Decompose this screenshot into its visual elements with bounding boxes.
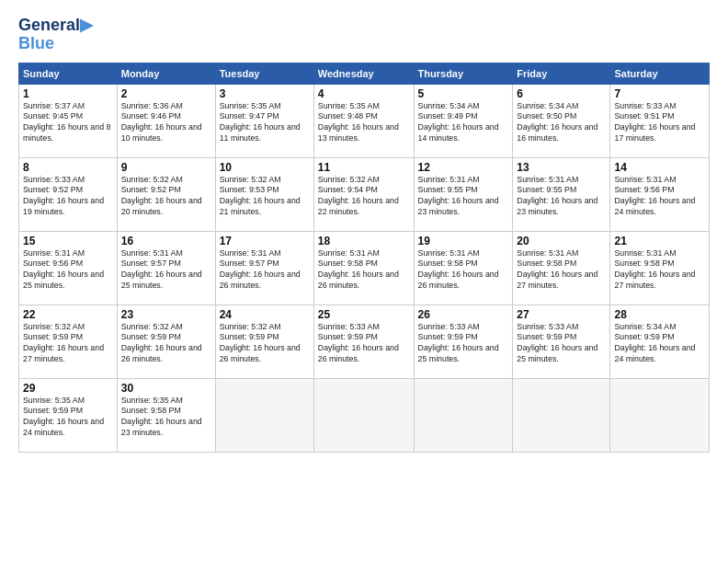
logo: General▶Blue <box>18 17 93 53</box>
calendar-week-row: 1Sunrise: 5:37 AMSunset: 9:45 PMDaylight… <box>19 84 710 157</box>
day-number: 22 <box>23 308 113 321</box>
day-number: 23 <box>121 308 211 321</box>
day-number: 9 <box>121 161 211 174</box>
day-number: 10 <box>220 161 310 174</box>
day-info: Sunrise: 5:31 AMSunset: 9:57 PMDaylight:… <box>121 248 211 293</box>
day-info: Sunrise: 5:35 AMSunset: 9:58 PMDaylight:… <box>121 396 211 440</box>
day-info: Sunrise: 5:31 AMSunset: 9:55 PMDaylight:… <box>517 175 606 219</box>
calendar-cell: 21Sunrise: 5:31 AMSunset: 9:58 PMDayligh… <box>610 231 710 304</box>
day-number: 15 <box>23 235 113 247</box>
day-info: Sunrise: 5:32 AMSunset: 9:59 PMDaylight:… <box>23 322 113 366</box>
day-info: Sunrise: 5:31 AMSunset: 9:58 PMDaylight:… <box>318 248 410 293</box>
day-number: 24 <box>220 308 310 321</box>
day-number: 5 <box>418 87 509 100</box>
day-number: 4 <box>318 87 410 100</box>
calendar-cell <box>215 378 313 452</box>
day-info: Sunrise: 5:31 AMSunset: 9:56 PMDaylight:… <box>23 248 113 293</box>
calendar-cell: 16Sunrise: 5:31 AMSunset: 9:57 PMDayligh… <box>117 231 215 304</box>
day-info: Sunrise: 5:35 AMSunset: 9:59 PMDaylight:… <box>23 396 113 440</box>
day-number: 1 <box>23 87 113 100</box>
day-info: Sunrise: 5:33 AMSunset: 9:52 PMDaylight:… <box>23 175 113 219</box>
day-info: Sunrise: 5:34 AMSunset: 9:50 PMDaylight:… <box>517 101 606 145</box>
calendar-cell <box>414 378 513 452</box>
calendar-cell <box>313 378 414 452</box>
day-info: Sunrise: 5:32 AMSunset: 9:53 PMDaylight:… <box>220 175 310 219</box>
day-number: 2 <box>121 87 211 100</box>
calendar-cell: 30Sunrise: 5:35 AMSunset: 9:58 PMDayligh… <box>117 378 215 452</box>
day-info: Sunrise: 5:36 AMSunset: 9:46 PMDaylight:… <box>121 101 211 145</box>
calendar-cell: 4Sunrise: 5:35 AMSunset: 9:48 PMDaylight… <box>313 84 414 157</box>
day-number: 13 <box>517 161 606 174</box>
day-number: 14 <box>614 161 705 174</box>
calendar-cell: 2Sunrise: 5:36 AMSunset: 9:46 PMDaylight… <box>117 84 215 157</box>
day-number: 25 <box>318 308 410 321</box>
day-number: 26 <box>418 308 509 321</box>
calendar-cell: 1Sunrise: 5:37 AMSunset: 9:45 PMDaylight… <box>19 84 118 157</box>
calendar-week-row: 29Sunrise: 5:35 AMSunset: 9:59 PMDayligh… <box>19 378 710 452</box>
day-info: Sunrise: 5:31 AMSunset: 9:56 PMDaylight:… <box>614 175 705 219</box>
calendar-cell: 3Sunrise: 5:35 AMSunset: 9:47 PMDaylight… <box>215 84 313 157</box>
calendar-cell <box>513 378 610 452</box>
day-info: Sunrise: 5:34 AMSunset: 9:59 PMDaylight:… <box>614 322 705 366</box>
day-info: Sunrise: 5:31 AMSunset: 9:55 PMDaylight:… <box>418 175 509 219</box>
col-header-monday: Monday <box>117 63 215 84</box>
day-info: Sunrise: 5:33 AMSunset: 9:59 PMDaylight:… <box>517 322 606 366</box>
col-header-thursday: Thursday <box>414 63 513 84</box>
calendar-week-row: 8Sunrise: 5:33 AMSunset: 9:52 PMDaylight… <box>19 157 710 231</box>
day-info: Sunrise: 5:35 AMSunset: 9:47 PMDaylight:… <box>220 101 310 145</box>
calendar-cell: 27Sunrise: 5:33 AMSunset: 9:59 PMDayligh… <box>513 304 610 378</box>
calendar-cell: 29Sunrise: 5:35 AMSunset: 9:59 PMDayligh… <box>19 378 118 452</box>
day-number: 19 <box>418 235 509 247</box>
day-info: Sunrise: 5:31 AMSunset: 9:58 PMDaylight:… <box>614 248 705 293</box>
calendar-week-row: 22Sunrise: 5:32 AMSunset: 9:59 PMDayligh… <box>19 304 710 378</box>
day-number: 29 <box>23 382 113 395</box>
calendar-cell: 11Sunrise: 5:32 AMSunset: 9:54 PMDayligh… <box>313 157 414 231</box>
calendar-cell: 23Sunrise: 5:32 AMSunset: 9:59 PMDayligh… <box>117 304 215 378</box>
day-info: Sunrise: 5:31 AMSunset: 9:57 PMDaylight:… <box>220 248 310 293</box>
calendar-cell: 22Sunrise: 5:32 AMSunset: 9:59 PMDayligh… <box>19 304 118 378</box>
calendar-week-row: 15Sunrise: 5:31 AMSunset: 9:56 PMDayligh… <box>19 231 710 304</box>
calendar-cell: 14Sunrise: 5:31 AMSunset: 9:56 PMDayligh… <box>610 157 710 231</box>
calendar-cell: 25Sunrise: 5:33 AMSunset: 9:59 PMDayligh… <box>313 304 414 378</box>
calendar-table: SundayMondayTuesdayWednesdayThursdayFrid… <box>18 63 710 453</box>
calendar-cell <box>610 378 710 452</box>
day-number: 21 <box>614 235 705 247</box>
day-number: 27 <box>517 308 606 321</box>
day-info: Sunrise: 5:31 AMSunset: 9:58 PMDaylight:… <box>517 248 606 293</box>
page-header: General▶Blue <box>18 17 710 53</box>
calendar-cell: 5Sunrise: 5:34 AMSunset: 9:49 PMDaylight… <box>414 84 513 157</box>
col-header-friday: Friday <box>513 63 610 84</box>
calendar-cell: 10Sunrise: 5:32 AMSunset: 9:53 PMDayligh… <box>215 157 313 231</box>
day-info: Sunrise: 5:32 AMSunset: 9:52 PMDaylight:… <box>121 175 211 219</box>
day-number: 16 <box>121 235 211 247</box>
day-info: Sunrise: 5:35 AMSunset: 9:48 PMDaylight:… <box>318 101 410 145</box>
calendar-header-row: SundayMondayTuesdayWednesdayThursdayFrid… <box>19 63 710 84</box>
col-header-sunday: Sunday <box>19 63 118 84</box>
calendar-cell: 26Sunrise: 5:33 AMSunset: 9:59 PMDayligh… <box>414 304 513 378</box>
calendar-cell: 19Sunrise: 5:31 AMSunset: 9:58 PMDayligh… <box>414 231 513 304</box>
day-number: 30 <box>121 382 211 395</box>
logo-text: General▶Blue <box>18 17 93 53</box>
day-number: 6 <box>517 87 606 100</box>
col-header-wednesday: Wednesday <box>313 63 414 84</box>
day-number: 17 <box>220 235 310 247</box>
calendar-cell: 9Sunrise: 5:32 AMSunset: 9:52 PMDaylight… <box>117 157 215 231</box>
day-info: Sunrise: 5:33 AMSunset: 9:51 PMDaylight:… <box>614 101 705 145</box>
day-number: 8 <box>23 161 113 174</box>
calendar-cell: 6Sunrise: 5:34 AMSunset: 9:50 PMDaylight… <box>513 84 610 157</box>
calendar-cell: 20Sunrise: 5:31 AMSunset: 9:58 PMDayligh… <box>513 231 610 304</box>
calendar-cell: 15Sunrise: 5:31 AMSunset: 9:56 PMDayligh… <box>19 231 118 304</box>
col-header-saturday: Saturday <box>610 63 710 84</box>
calendar-cell: 7Sunrise: 5:33 AMSunset: 9:51 PMDaylight… <box>610 84 710 157</box>
day-number: 7 <box>614 87 705 100</box>
day-info: Sunrise: 5:31 AMSunset: 9:58 PMDaylight:… <box>418 248 509 293</box>
calendar-cell: 24Sunrise: 5:32 AMSunset: 9:59 PMDayligh… <box>215 304 313 378</box>
day-info: Sunrise: 5:34 AMSunset: 9:49 PMDaylight:… <box>418 101 509 145</box>
day-number: 20 <box>517 235 606 247</box>
calendar-cell: 12Sunrise: 5:31 AMSunset: 9:55 PMDayligh… <box>414 157 513 231</box>
calendar-cell: 8Sunrise: 5:33 AMSunset: 9:52 PMDaylight… <box>19 157 118 231</box>
day-number: 3 <box>220 87 310 100</box>
day-info: Sunrise: 5:32 AMSunset: 9:59 PMDaylight:… <box>121 322 211 366</box>
calendar-cell: 18Sunrise: 5:31 AMSunset: 9:58 PMDayligh… <box>313 231 414 304</box>
day-info: Sunrise: 5:33 AMSunset: 9:59 PMDaylight:… <box>418 322 509 366</box>
